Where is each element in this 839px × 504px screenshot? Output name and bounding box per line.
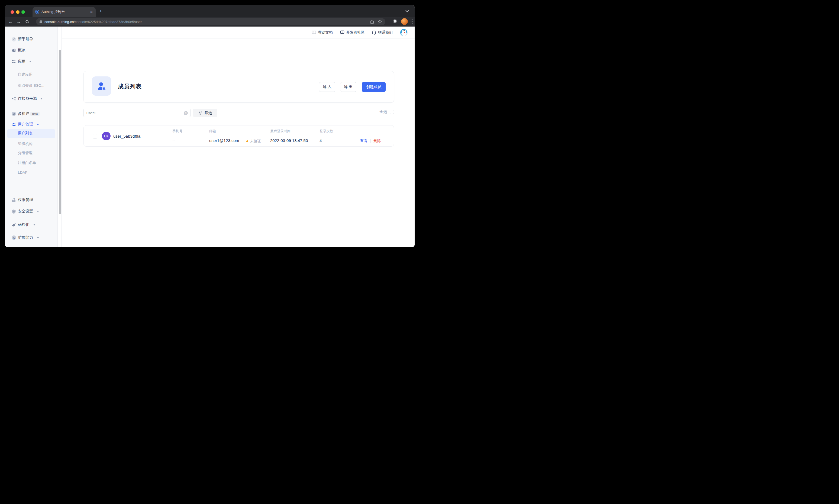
book-icon — [311, 31, 316, 34]
last-login-label: 最后登录时间 — [270, 129, 290, 133]
text-caret — [97, 111, 97, 116]
user-avatar[interactable] — [400, 29, 408, 36]
sidebar-item-groups[interactable]: 分组管理 — [5, 148, 58, 158]
chrome-menu-icon[interactable] — [412, 19, 413, 24]
export-button[interactable]: 导 出 — [340, 82, 356, 92]
url-bar[interactable]: console.authing.cn/console/6225dd4297dfd… — [36, 18, 385, 25]
member-list-tile — [92, 76, 111, 96]
login-count-label: 登录次数 — [320, 129, 333, 133]
svg-text:A: A — [13, 236, 15, 239]
chevron-down-icon — [37, 237, 39, 238]
new-tab-button[interactable]: + — [99, 8, 102, 14]
sidebar-item-multi-tenant[interactable]: 多租户 beta — [5, 109, 58, 119]
sidebar-item-security[interactable]: 安全设置 — [5, 206, 58, 216]
login-count-value: 4 — [320, 138, 322, 143]
sidebar-item-user-management[interactable]: 用户管理 — [5, 120, 58, 129]
filter-button[interactable]: 筛选 — [193, 109, 217, 117]
help-docs-link[interactable]: 帮助文档 — [311, 30, 333, 35]
headset-icon — [372, 30, 376, 35]
sidebar-item-apps[interactable]: 应用 — [5, 57, 58, 66]
last-login-value: 2022-03-09 13:47:50 — [270, 138, 308, 143]
sidebar-item-self-built-apps[interactable]: 自建应用 — [5, 70, 58, 79]
member-list-card: 成员列表 导 入 导 出 创建成员 — [84, 71, 394, 103]
traffic-minimize-button[interactable] — [16, 10, 19, 14]
tab-title: Authing 控制台 — [41, 10, 88, 14]
traffic-zoom-button[interactable] — [21, 10, 25, 14]
toolbar-right-cluster — [393, 18, 413, 25]
sidebar-item-extensions[interactable]: A 扩展能力 — [5, 233, 58, 242]
clear-search-icon[interactable]: ✕ — [184, 111, 188, 115]
shield-check-icon — [12, 209, 16, 214]
sidebar-item-organizations[interactable]: 组织机构 — [5, 139, 58, 149]
sidebar-item-registration-whitelist[interactable]: 注册白名单 — [5, 158, 58, 168]
beta-badge: beta — [30, 112, 39, 116]
tab-close-icon[interactable]: ✕ — [90, 10, 93, 14]
forward-icon[interactable]: → — [17, 19, 21, 24]
funnel-icon — [198, 111, 202, 115]
sidebar-item-sso[interactable]: 单点登录 SSO... — [5, 81, 58, 90]
create-member-button[interactable]: 创建成员 — [362, 82, 386, 92]
url-text: console.authing.cn/console/6225dd4297dfd… — [44, 20, 367, 24]
users-icon — [12, 122, 16, 127]
browser-toolbar: ← → console.authing.cn/console/6225dd429… — [5, 17, 415, 26]
verify-status-text: 未验证 — [250, 139, 261, 144]
select-all-checkbox[interactable] — [390, 110, 394, 114]
select-all-control[interactable]: 全选 — [380, 109, 394, 114]
guide-icon — [12, 37, 16, 42]
screenshot-stage: Authing 控制台 ✕ + ← → console.authing.cn/c… — [0, 0, 420, 252]
browser-tab[interactable]: Authing 控制台 ✕ — [33, 7, 96, 17]
back-icon[interactable]: ← — [8, 19, 13, 24]
import-button[interactable]: 导 入 — [319, 82, 335, 92]
sidebar-item-guide[interactable]: 新手引导 — [5, 34, 58, 44]
sidebar-item-identity-sources[interactable]: 连接身份源 — [5, 94, 58, 104]
search-row: ✕ 筛选 全选 — [84, 109, 394, 117]
view-action-link[interactable]: 查看 — [360, 139, 368, 143]
row-username: user_5ab3df9a — [113, 134, 140, 139]
search-box[interactable]: ✕ — [84, 109, 191, 117]
app-header: 帮助文档 开发者社区 联系我们 — [62, 26, 415, 38]
sidebar-scrollbar-thumb[interactable] — [59, 50, 61, 214]
chevron-down-icon — [37, 211, 39, 212]
search-input[interactable] — [86, 111, 176, 115]
share-nodes-icon — [12, 96, 16, 101]
authing-favicon — [35, 10, 39, 14]
chevron-down-icon — [29, 61, 32, 62]
sidebar-item-overview[interactable]: 概览 — [5, 46, 58, 55]
row-avatar: Us — [102, 132, 111, 140]
main-content: 成员列表 导 入 导 出 创建成员 ✕ 筛选 全选 — [62, 38, 415, 247]
overview-pie-icon — [12, 48, 16, 53]
member-contact-icon — [97, 82, 106, 90]
email-label: 邮箱 — [209, 129, 216, 133]
unverified-dot-icon — [246, 140, 248, 142]
sidebar-item-permissions[interactable]: 权限管理 — [5, 195, 58, 205]
extensions-puzzle-icon[interactable] — [393, 19, 397, 24]
select-all-label: 全选 — [380, 109, 387, 114]
chevron-down-icon — [40, 98, 42, 100]
page-title: 成员列表 — [118, 83, 142, 90]
row-checkbox[interactable] — [93, 134, 97, 139]
browser-window: Authing 控制台 ✕ + ← → console.authing.cn/c… — [5, 5, 415, 247]
sidebar-item-user-list[interactable]: 用户列表 — [5, 128, 58, 138]
user-table-row[interactable]: Us user_5ab3df9a 手机号 -- 邮箱 user1@123.com… — [84, 125, 394, 147]
bookmark-star-icon[interactable] — [378, 19, 382, 24]
traffic-close-button[interactable] — [11, 10, 14, 14]
sidebar-scrollbar-track[interactable] — [58, 26, 62, 247]
verify-status-badge: 未验证 — [246, 139, 261, 144]
circle-a-icon: A — [12, 235, 16, 240]
browser-profile-avatar[interactable] — [401, 18, 408, 25]
sidebar: 新手引导 概览 应用 自建应用 单点登录 SSO... — [5, 26, 58, 247]
tab-strip: Authing 控制台 ✕ + — [5, 5, 415, 17]
phone-value: -- — [172, 138, 175, 143]
lock-icon — [12, 198, 16, 202]
lock-icon — [39, 20, 42, 23]
developer-community-link[interactable]: 开发者社区 — [340, 30, 365, 35]
delete-action-link[interactable]: 删除 — [373, 139, 381, 143]
app-body: 新手引导 概览 应用 自建应用 单点登录 SSO... — [5, 26, 415, 247]
contact-us-link[interactable]: 联系我们 — [372, 30, 393, 35]
sidebar-item-branding[interactable]: 品牌化 — [5, 220, 58, 230]
sidebar-item-ldap[interactable]: LDAP — [5, 167, 58, 177]
reload-icon[interactable] — [25, 19, 29, 23]
share-icon[interactable] — [370, 19, 374, 24]
chat-icon — [340, 30, 344, 34]
tab-search-chevron-icon[interactable] — [406, 10, 409, 13]
